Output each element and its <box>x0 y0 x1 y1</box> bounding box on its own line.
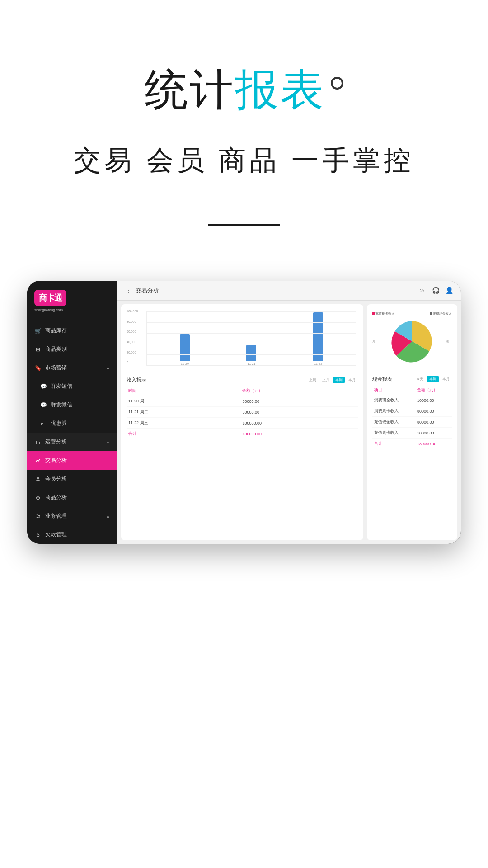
table-row-total: 合计 180000.00 <box>127 429 358 439</box>
sidebar-item-sms[interactable]: 💬 群发短信 <box>27 377 117 396</box>
bar-label-3: 11-22 <box>314 362 322 365</box>
table-row: 消费现金收入 10000.00 <box>372 395 452 406</box>
sidebar-item-goods-inventory[interactable]: 🛒 商品库存 <box>27 321 117 340</box>
cash-tab-month[interactable]: 本月 <box>440 376 452 382</box>
tab-this-week[interactable]: 本周 <box>333 377 345 383</box>
bar-3 <box>313 312 323 361</box>
cell-amount: 100000.00 <box>240 418 358 429</box>
table-row: 充值刷卡收入 10000.00 <box>372 428 452 439</box>
chart-icon <box>34 439 42 446</box>
sidebar-item-operations[interactable]: 运营分析 ▲ <box>27 433 117 451</box>
sidebar-label: 群发微信 <box>51 401 110 409</box>
sidebar: 商卡通 shangkatong.com 🛒 商品库存 ⊞ 商品类别 🔖 市场营销… <box>27 281 117 544</box>
emoji-icon[interactable]: ☺ <box>418 287 427 295</box>
hero-divider <box>208 224 280 226</box>
table-row-total: 合计 180000.00 <box>372 439 452 449</box>
left-panel: 100,000 80,000 60,000 40,000 20,000 0 <box>121 304 363 540</box>
svg-point-3 <box>37 477 39 479</box>
sidebar-item-goods-category[interactable]: ⊞ 商品类别 <box>27 340 117 359</box>
cash-tab-week[interactable]: 本周 <box>427 376 439 382</box>
debt-icon: $ <box>34 531 42 538</box>
table-row: 11-20 周一 50000.00 <box>127 396 358 407</box>
cash-total-value: 180000.00 <box>415 439 452 449</box>
bar-label-2: 11-21 <box>248 362 256 365</box>
sidebar-item-member[interactable]: 会员分析 <box>27 470 117 488</box>
cash-col-item: 项目 <box>372 385 415 395</box>
sidebar-label: 交易分析 <box>45 457 110 464</box>
menu-dots-icon[interactable]: ⋮ <box>125 286 132 295</box>
table-row: 消费刷卡收入 80000.00 <box>372 406 452 417</box>
y-axis: 100,000 80,000 60,000 40,000 20,000 0 <box>127 310 138 364</box>
tab-last-month[interactable]: 上月 <box>320 377 332 383</box>
bar-group-3: 11-22 <box>313 312 323 365</box>
hero-subtitle: 交易 会员 商品 一手掌控 <box>0 142 488 179</box>
cash-cell-item: 充值刷卡收入 <box>372 428 415 439</box>
income-report: 收入报表 上周 上月 本周 本月 时间 <box>127 377 358 439</box>
col-amount: 金额（元） <box>240 386 358 396</box>
sidebar-item-product[interactable]: ⊕ 商品分析 <box>27 488 117 507</box>
cash-cell-item: 消费刷卡收入 <box>372 406 415 417</box>
bar-group-2: 11-21 <box>246 345 256 365</box>
hero-circle-decoration <box>331 77 343 90</box>
pie-left-label: 充... <box>372 339 378 344</box>
sidebar-label: 商品类别 <box>45 345 110 353</box>
chevron-down-icon: ▲ <box>106 514 110 519</box>
main-body: 100,000 80,000 60,000 40,000 20,000 0 <box>117 301 461 544</box>
income-tab-group: 上周 上月 本周 本月 <box>307 377 358 383</box>
pie-legend-label2: 消费现金收入 <box>430 311 452 316</box>
tag-icon: 🏷 <box>40 420 47 427</box>
main-header: ⋮ 交易分析 ☺ 🎧 👤 <box>117 281 461 301</box>
sidebar-item-coupon[interactable]: 🏷 优惠券 <box>27 414 117 433</box>
headphone-icon[interactable]: 🎧 <box>432 287 440 295</box>
grid-icon: ⊞ <box>34 346 42 353</box>
chevron-down-icon: ▲ <box>106 439 110 444</box>
pie-chart-svg <box>389 319 435 364</box>
tab-last-week[interactable]: 上周 <box>307 377 319 383</box>
svg-rect-1 <box>38 440 38 444</box>
sidebar-item-transaction[interactable]: 交易分析 <box>27 451 117 470</box>
sidebar-item-business[interactable]: 🗂 业务管理 ▲ <box>27 507 117 525</box>
total-value: 180000.00 <box>240 429 358 439</box>
bar-2 <box>246 345 256 361</box>
pie-right-label: 消... <box>446 339 452 344</box>
hero-title-part2: 报表 <box>235 65 325 113</box>
chevron-up-icon: ▲ <box>106 365 110 370</box>
sidebar-label: 优惠券 <box>51 420 110 427</box>
logo-box: 商卡通 <box>34 290 66 306</box>
hero-title-part1: 统计 <box>145 65 235 113</box>
sidebar-label: 欠款管理 <box>45 531 110 538</box>
y-label: 80,000 <box>127 320 138 323</box>
sidebar-label: 商品库存 <box>45 327 110 335</box>
business-icon: 🗂 <box>34 513 42 520</box>
cell-amount: 50000.00 <box>240 396 358 407</box>
bookmark-icon: 🔖 <box>34 364 42 372</box>
table-row: 11-21 周二 30000.00 <box>127 407 358 418</box>
total-label: 合计 <box>127 429 240 439</box>
sidebar-item-wechat[interactable]: 💬 群发微信 <box>27 396 117 414</box>
table-row: 11-22 周三 100000.00 <box>127 418 358 429</box>
y-label: 60,000 <box>127 330 138 333</box>
cash-total-label: 合计 <box>372 439 415 449</box>
cash-cell-amount: 10000.00 <box>415 428 452 439</box>
logo-sub: shangkatong.com <box>34 308 110 312</box>
mockup-section: 商卡通 shangkatong.com 🛒 商品库存 ⊞ 商品类别 🔖 市场营销… <box>0 281 488 571</box>
pie-legend-row: 充值刷卡收入 消费现金收入 <box>372 311 452 316</box>
cash-cell-item: 消费现金收入 <box>372 395 415 406</box>
user-icon[interactable]: 👤 <box>446 287 454 295</box>
sidebar-logo: 商卡通 shangkatong.com <box>27 281 117 321</box>
cell-amount: 30000.00 <box>240 407 358 418</box>
bar-1 <box>180 334 190 361</box>
trend-icon <box>34 457 42 464</box>
sidebar-item-debt[interactable]: $ 欠款管理 <box>27 525 117 544</box>
sidebar-label: 运营分析 <box>45 438 106 446</box>
pie-legend-label1: 充值刷卡收入 <box>372 311 394 316</box>
hero-section: 统计报表 交易 会员 商品 一手掌控 <box>0 0 488 245</box>
cash-report-header: 现金报表 今天 本周 本月 <box>372 376 452 382</box>
cart-icon: 🛒 <box>34 327 42 335</box>
sidebar-item-marketing[interactable]: 🔖 市场营销 ▲ <box>27 359 117 377</box>
cash-tab-today[interactable]: 今天 <box>414 376 426 382</box>
sidebar-label: 商品分析 <box>45 494 110 501</box>
chart-bars: 11-20 11-21 11-22 <box>146 311 356 366</box>
cash-cell-amount: 80000.00 <box>415 417 452 428</box>
tab-this-month[interactable]: 本月 <box>346 377 358 383</box>
